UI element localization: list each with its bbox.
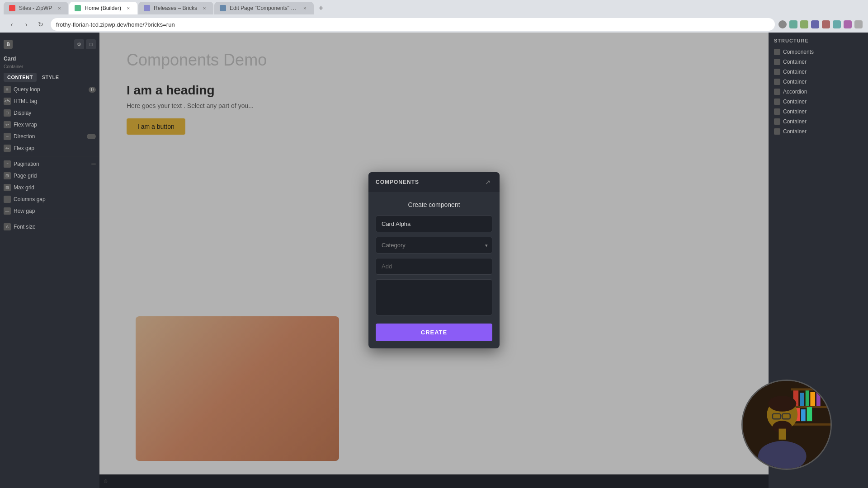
sidebar-item-flex-gap[interactable]: ⇔ Flex gap [0,142,99,154]
sidebar-item-row-gap[interactable]: — Row gap [0,205,99,217]
sidebar-item-page-grid[interactable]: ⊞ Page grid [0,170,99,182]
sidebar-item-flex-wrap[interactable]: ↩ Flex wrap [0,119,99,131]
right-item-icon-3 [774,69,780,75]
sidebar-item-pagination[interactable]: ⋯ Pagination [0,158,99,170]
right-sidebar-item-5[interactable]: Accordion [769,87,868,97]
columns-gap-icon: │ [4,196,11,203]
tab-close-1[interactable]: × [56,5,63,12]
new-tab-button[interactable]: + [315,2,327,14]
sidebar-item-html-tag[interactable]: </> HTML tag [0,95,99,107]
right-item-icon-2 [774,59,780,65]
tab-title-3: Releases – Bricks [154,5,197,11]
right-item-icon-7 [774,108,780,115]
right-sidebar-item-4[interactable]: Container [769,77,868,87]
component-description-textarea[interactable] [376,279,492,315]
right-sidebar-item-7[interactable]: Container [769,107,868,117]
modal-external-link-button[interactable]: ↗ [483,178,492,187]
sidebar-item-font-size[interactable]: A Font size [0,221,99,233]
category-select-wrapper: Category ▾ [376,237,492,253]
sidebar-subsection: Container [0,63,99,71]
profile-icon[interactable] [854,20,863,28]
sidebar-tab-content[interactable]: CONTENT [4,73,37,82]
modal-header: COMPONENTS ↗ [368,172,500,192]
webcam-overlay [741,380,832,470]
max-grid-label: Max grid [14,184,96,191]
tab-home-builder[interactable]: Home (Builder) × [69,2,137,14]
sidebar-item-max-grid[interactable]: ⊟ Max grid [0,182,99,193]
right-item-icon-9 [774,128,780,135]
tab-favicon-4 [220,5,226,11]
forward-button[interactable]: › [20,18,33,31]
query-loop-label: Query loop [14,86,86,93]
component-name-input[interactable] [376,216,492,232]
modal-body: Create component Category ▾ [368,192,500,348]
toolbar-icons [778,20,863,28]
browser-chrome: Sites - ZipWP × Home (Builder) × Release… [0,0,868,33]
tab-edit-page[interactable]: Edit Page "Components" < Cwic… × [214,2,314,14]
back-button[interactable]: ‹ [5,18,18,31]
query-loop-badge: 0 [89,87,96,93]
extension-icon-4[interactable] [822,20,830,28]
svg-rect-11 [801,409,806,421]
create-component-button[interactable]: CREATE [376,324,492,341]
sidebar-item-columns-gap[interactable]: │ Columns gap [0,193,99,205]
direction-label: Direction [14,133,84,140]
tab-favicon-2 [75,5,81,11]
sidebar-settings-icon[interactable]: ⚙ [74,39,84,49]
direction-icon: → [4,133,11,140]
sidebar-divider-1 [0,156,99,156]
reload-button[interactable]: ↻ [34,18,47,31]
bookmark-star-icon[interactable] [778,20,787,28]
flex-wrap-icon: ↩ [4,121,11,128]
modal-section-title: Create component [376,201,492,208]
svg-rect-8 [810,392,815,406]
right-item-label-6: Container [783,99,863,105]
svg-rect-7 [806,390,809,406]
html-tag-label: HTML tag [14,98,96,104]
sidebar-item-display[interactable]: □ Display [0,107,99,119]
tab-bar: Sites - ZipWP × Home (Builder) × Release… [0,0,868,16]
url-text: frothy-florian-tcd.zipwp.dev/home/?brick… [56,21,175,28]
extension-icon-5[interactable] [833,20,841,28]
extension-icon-1[interactable] [789,20,797,28]
app-layout: B ⚙ □ Card Container CONTENT STYLE ≡ Que… [0,33,868,488]
webcam-svg [743,380,830,469]
extension-icon-3[interactable] [811,20,819,28]
right-item-icon-5 [774,89,780,95]
category-placeholder: Category [382,242,406,249]
right-sidebar-item-3[interactable]: Container [769,67,868,77]
font-size-icon: A [4,223,11,230]
right-sidebar-item-9[interactable]: Container [769,127,868,136]
columns-gap-label: Columns gap [14,196,96,202]
tab-releases-bricks[interactable]: Releases – Bricks × [138,2,213,14]
category-select[interactable]: Category [376,237,492,253]
extension-icon-6[interactable] [844,20,852,28]
sidebar-view-icon[interactable]: □ [86,39,96,49]
display-icon: □ [4,109,11,117]
right-item-icon-8 [774,118,780,125]
tab-sites-zipwp[interactable]: Sites - ZipWP × [4,2,68,14]
url-bar[interactable]: frothy-florian-tcd.zipwp.dev/home/?brick… [51,18,775,31]
sidebar-tab-style[interactable]: STYLE [38,73,63,82]
right-item-label-8: Container [783,118,863,125]
tab-close-4[interactable]: × [301,5,308,12]
right-sidebar-item-8[interactable]: Container [769,117,868,127]
right-sidebar-item-2[interactable]: Container [769,57,868,67]
tab-title-4: Edit Page "Components" < Cwic… [230,5,297,11]
direction-toggle[interactable] [87,134,96,139]
right-item-icon-1 [774,49,780,55]
tab-close-3[interactable]: × [201,5,208,12]
right-item-label-3: Container [783,69,863,75]
tab-close-2[interactable]: × [125,5,132,12]
pagination-badge [91,164,96,164]
sidebar-item-query-loop[interactable]: ≡ Query loop 0 [0,84,99,95]
address-bar: ‹ › ↻ frothy-florian-tcd.zipwp.dev/home/… [0,16,868,33]
right-sidebar-item-1[interactable]: Components [769,47,868,57]
sidebar-item-direction[interactable]: → Direction [0,131,99,142]
right-sidebar-item-6[interactable]: Container [769,97,868,107]
right-item-label-1: Components [783,49,863,55]
description-add-input[interactable] [376,258,492,275]
page-grid-icon: ⊞ [4,172,11,179]
right-item-label-7: Container [783,108,863,115]
extension-icon-2[interactable] [800,20,808,28]
